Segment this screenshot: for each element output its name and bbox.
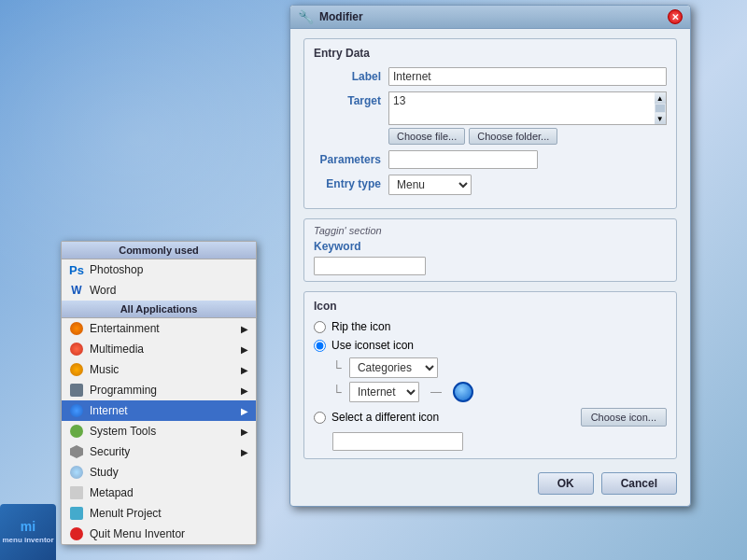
dialog-title-left: 🔧 Modifier	[298, 9, 363, 24]
taggin-legend: Taggin' section	[314, 225, 667, 236]
section-all-applications: All Applications	[62, 301, 256, 318]
music-icon	[69, 362, 84, 377]
menu-item-internet-label: Internet	[90, 404, 128, 417]
scroll-down-arrow[interactable]: ▼	[655, 113, 666, 124]
dialog-title: Modifier	[319, 10, 363, 23]
internet-select[interactable]: Internet Network Web	[349, 382, 419, 402]
categories-select[interactable]: Categories Applications Mimetypes Status	[349, 357, 438, 378]
context-menu: Commonly used Ps Photoshop W Word All Ap…	[61, 241, 257, 545]
wrench-icon: 🔧	[298, 9, 314, 24]
menu-item-multimedia-label: Multimedia	[90, 343, 144, 356]
menult-icon	[69, 506, 84, 521]
label-field-control	[388, 67, 667, 86]
icon-section-title: Icon	[314, 300, 667, 313]
target-field-control: 13 ▲ ▼ Choose file... Choose folder...	[388, 91, 667, 145]
target-field-label: Target	[314, 91, 388, 107]
menu-item-word-label: Word	[90, 284, 116, 297]
cancel-button[interactable]: Cancel	[601, 472, 677, 495]
menu-item-metapad-label: Metapad	[90, 486, 134, 499]
parameters-label: Parameters	[314, 150, 388, 166]
ok-button[interactable]: OK	[538, 472, 594, 495]
arrow-icon	[241, 427, 248, 437]
menu-item-quit[interactable]: Quit Menu Inventor	[62, 524, 256, 544]
arrow-icon	[241, 365, 248, 375]
entertainment-icon	[69, 321, 84, 336]
rip-icon-row: Rip the icon	[314, 320, 667, 333]
parameters-control	[388, 150, 667, 169]
menu-item-menult-project[interactable]: Menult Project	[62, 503, 256, 524]
arrow-icon	[241, 324, 248, 334]
menu-item-security-label: Security	[90, 445, 130, 458]
internet-row: └ Internet Network Web —	[332, 382, 667, 402]
multimedia-icon	[69, 342, 84, 357]
select-icon-input[interactable]	[332, 432, 463, 451]
entry-data-title: Entry Data	[314, 47, 667, 60]
bracket-icon: └	[332, 360, 342, 375]
menu-item-study[interactable]: Study	[62, 462, 256, 483]
word-icon: W	[69, 283, 84, 298]
menu-item-music-label: Music	[90, 363, 119, 376]
scroll-thumb	[655, 105, 665, 112]
scroll-up-arrow[interactable]: ▲	[655, 92, 666, 104]
menu-item-multimedia[interactable]: Multimedia	[62, 339, 256, 359]
menu-item-menult-project-label: Menult Project	[90, 507, 162, 520]
arrow-icon	[241, 447, 248, 457]
dialog-buttons: OK Cancel	[303, 469, 677, 497]
entry-type-select[interactable]: Menu Application Separator	[388, 175, 472, 195]
menu-item-word[interactable]: W Word	[62, 280, 256, 301]
study-icon	[69, 465, 84, 480]
keyword-input[interactable]	[314, 257, 426, 275]
dialog-titlebar: 🔧 Modifier ✕	[290, 6, 690, 29]
choose-file-button[interactable]: Choose file...	[388, 128, 465, 145]
categories-row: └ Categories Applications Mimetypes Stat…	[332, 357, 667, 378]
keyword-label: Keyword	[314, 240, 667, 253]
target-scrollbar[interactable]: ▲ ▼	[655, 91, 667, 125]
menu-item-system-tools-label: System Tools	[90, 425, 156, 438]
file-buttons: Choose file... Choose folder...	[388, 128, 667, 145]
menu-item-entertainment-label: Entertainment	[90, 322, 160, 335]
select-different-row: Select a different icon Choose icon...	[314, 408, 667, 427]
taskbar-logo[interactable]: mi menu inventor	[0, 504, 56, 560]
systemtools-icon	[69, 424, 84, 439]
internet-icon	[69, 403, 84, 418]
arrow-icon	[241, 385, 248, 396]
menu-item-quit-label: Quit Menu Inventor	[90, 527, 185, 540]
use-iconset-radio[interactable]	[314, 340, 326, 352]
choose-icon-button[interactable]: Choose icon...	[581, 408, 667, 427]
parameters-input[interactable]	[388, 150, 538, 169]
parameters-row: Parameters	[314, 150, 667, 169]
entry-data-section: Entry Data Label Target 13 ▲ ▼	[303, 38, 677, 209]
select-different-radio[interactable]	[314, 412, 326, 424]
close-button[interactable]: ✕	[668, 9, 683, 24]
menu-item-security[interactable]: Security	[62, 441, 256, 462]
modifier-dialog: 🔧 Modifier ✕ Entry Data Label Target 13	[289, 5, 691, 507]
globe-icon	[453, 382, 473, 402]
security-icon	[69, 444, 84, 459]
menu-item-metapad[interactable]: Metapad	[62, 483, 256, 503]
menu-item-study-label: Study	[90, 466, 119, 479]
select-different-label: Select a different icon	[331, 411, 439, 424]
menu-item-programming-label: Programming	[90, 384, 157, 397]
target-input[interactable]: 13	[388, 91, 655, 125]
label-field-label: Label	[314, 67, 388, 83]
label-input[interactable]	[388, 67, 667, 86]
photoshop-icon: Ps	[69, 262, 84, 277]
entry-type-row: Entry type Menu Application Separator	[314, 175, 667, 195]
menu-item-system-tools[interactable]: System Tools	[62, 421, 256, 441]
menu-item-entertainment[interactable]: Entertainment	[62, 318, 256, 339]
menu-item-photoshop[interactable]: Ps Photoshop	[62, 259, 256, 280]
entry-type-label: Entry type	[314, 175, 388, 190]
menu-item-programming[interactable]: Programming	[62, 380, 256, 400]
taggin-section: Taggin' section Keyword	[303, 218, 677, 282]
rip-icon-label: Rip the icon	[331, 320, 390, 333]
menu-item-music[interactable]: Music	[62, 359, 256, 380]
quit-icon	[69, 526, 84, 541]
rip-icon-radio[interactable]	[314, 321, 326, 333]
arrow-icon	[241, 344, 248, 355]
menu-item-internet[interactable]: Internet	[62, 400, 256, 421]
label-row: Label	[314, 67, 667, 86]
arrow-icon	[241, 406, 248, 416]
programming-icon	[69, 383, 84, 398]
choose-folder-button[interactable]: Choose folder...	[469, 128, 557, 145]
icon-dropdowns: └ Categories Applications Mimetypes Stat…	[332, 357, 667, 402]
